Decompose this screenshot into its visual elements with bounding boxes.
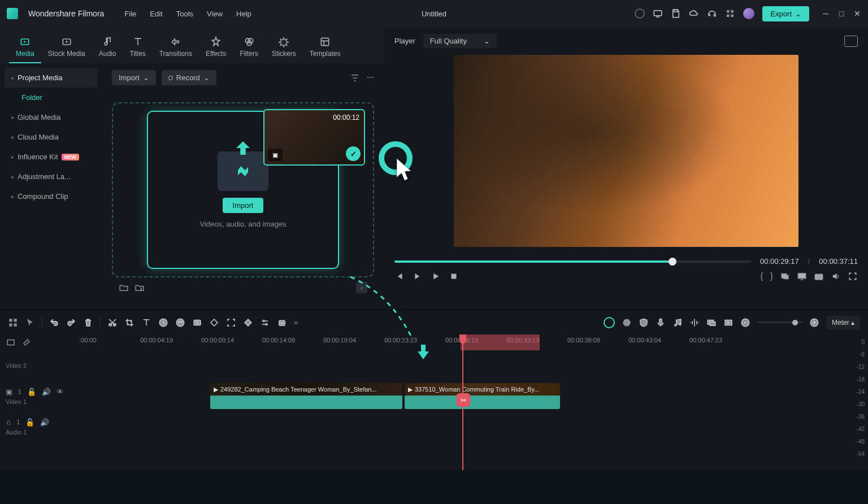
delete-icon[interactable] [83, 318, 93, 328]
color-icon[interactable] [175, 318, 185, 328]
grid-icon[interactable] [8, 318, 18, 328]
tag-icon[interactable] [243, 318, 253, 328]
mute-icon[interactable]: 🔊 [42, 388, 51, 396]
record-status-icon[interactable] [635, 8, 645, 19]
import-dropdown[interactable]: Import ⌄ [112, 70, 156, 85]
quality-dropdown[interactable]: Full Quality ⌄ [423, 34, 497, 48]
crop-icon[interactable] [124, 318, 134, 328]
record-dropdown[interactable]: Record ⌄ [162, 70, 216, 85]
zoom-slider[interactable] [757, 321, 802, 323]
drop-zone[interactable]: Import Videos, audio, and images 00:00:1… [112, 102, 374, 277]
menu-tools[interactable]: Tools [176, 10, 193, 18]
export-button[interactable]: Export ⌄ [762, 6, 809, 21]
headphones-icon[interactable] [707, 8, 717, 19]
collapse-button[interactable]: ‹ [356, 282, 367, 293]
tab-titles[interactable]: Titles [123, 32, 152, 63]
beat-icon[interactable] [689, 318, 700, 328]
camera-icon[interactable] [814, 271, 824, 281]
snapshot-list-icon[interactable] [780, 271, 790, 281]
focus-icon[interactable] [226, 318, 236, 328]
minimize-button[interactable]: ─ [822, 10, 830, 18]
overlay-icon[interactable] [706, 318, 717, 328]
expand-icon[interactable]: » [294, 318, 298, 327]
preview-scrubber[interactable]: 00:00:29:17 / 00:00:37:11 [394, 257, 858, 266]
tab-stickers[interactable]: Stickers [265, 32, 303, 63]
keyframe-icon[interactable] [209, 318, 219, 328]
mask-icon[interactable] [192, 318, 202, 328]
apps-icon[interactable] [725, 8, 735, 19]
music-icon[interactable] [672, 318, 683, 328]
text-icon[interactable] [141, 318, 151, 328]
device-icon[interactable] [653, 8, 663, 19]
playhead-handle[interactable] [459, 334, 466, 341]
undo-icon[interactable] [49, 318, 59, 328]
sparkle-icon[interactable] [622, 318, 632, 328]
sidebar-item-0[interactable]: ▸Project Media [5, 68, 97, 88]
clip-2[interactable]: ▶337510_Woman Commuting Train Ride_By... [405, 383, 560, 409]
sidebar-item-4[interactable]: ▸Influence KitNEW [5, 147, 97, 167]
volume-icon[interactable] [831, 271, 841, 281]
tab-templates[interactable]: Templates [303, 32, 348, 63]
stop-icon[interactable] [449, 271, 459, 281]
fullscreen-icon[interactable] [848, 271, 858, 281]
sidebar-item-1[interactable]: Folder [5, 88, 97, 107]
next-frame-icon[interactable] [413, 271, 423, 281]
scrubber-handle[interactable] [669, 258, 676, 266]
lock-icon[interactable]: 🔓 [27, 388, 36, 396]
display-icon[interactable] [797, 271, 807, 281]
sidebar-item-3[interactable]: ▸Cloud Media [5, 127, 97, 147]
split-button[interactable]: ✂ [457, 393, 470, 407]
mute-icon[interactable]: 🔊 [40, 418, 49, 427]
sidebar-item-6[interactable]: ▸Compound Clip [5, 186, 97, 206]
user-avatar[interactable] [743, 8, 754, 19]
zoom-handle[interactable] [792, 320, 798, 325]
media-thumbnail[interactable]: 00:00:12 ▣ ✓ [263, 109, 365, 166]
link-icon[interactable] [21, 337, 32, 347]
timeline-mode-icon[interactable] [6, 337, 16, 347]
menu-edit[interactable]: Edit [150, 10, 162, 18]
meter-dropdown[interactable]: Meter ▴ [826, 316, 860, 329]
lock-icon[interactable]: 🔓 [25, 418, 34, 427]
track-header-audio1[interactable]: ♫1 🔓 🔊 Audio 1 [0, 411, 79, 442]
tab-transitions[interactable]: Transitions [153, 32, 199, 63]
close-button[interactable]: ✕ [853, 10, 861, 18]
ai-icon[interactable] [277, 318, 287, 328]
tab-filters[interactable]: Filters [233, 32, 265, 63]
visibility-icon[interactable]: 👁 [57, 388, 64, 396]
shield-icon[interactable] [639, 318, 649, 328]
sidebar-item-5[interactable]: ▸Adjustment La... [5, 167, 97, 186]
tab-media[interactable]: Media [9, 32, 41, 63]
save-icon[interactable] [671, 8, 681, 19]
cut-icon[interactable] [107, 318, 118, 328]
filter-icon[interactable] [350, 73, 360, 83]
speed-icon[interactable] [158, 318, 168, 328]
mark-out-icon[interactable]: } [770, 271, 773, 281]
more-icon[interactable]: ⋯ [367, 73, 374, 83]
import-button[interactable]: Import [223, 198, 264, 213]
track-header-video2[interactable]: Video 2 [0, 350, 79, 381]
tab-stock[interactable]: Stock Media [41, 32, 92, 63]
mic-icon[interactable] [656, 318, 666, 328]
folder-move-icon[interactable] [134, 283, 145, 293]
mark-in-icon[interactable]: { [760, 271, 763, 281]
menu-view[interactable]: View [207, 10, 223, 18]
tab-effects[interactable]: Effects [199, 32, 233, 63]
video-preview[interactable] [454, 55, 798, 247]
play-icon[interactable] [431, 271, 441, 281]
pointer-icon[interactable] [25, 318, 35, 328]
maximize-button[interactable]: □ [837, 10, 845, 18]
tab-audio[interactable]: Audio [92, 32, 123, 63]
scrubber-track[interactable] [394, 260, 751, 263]
scope-icon[interactable] [844, 36, 858, 47]
clip-1[interactable]: ▶249282_Camping Beach Teenager Woman_By_… [210, 383, 402, 409]
prev-frame-icon[interactable] [394, 271, 405, 281]
render-icon[interactable] [723, 318, 734, 328]
menu-help[interactable]: Help [236, 10, 251, 18]
smart-tool-icon[interactable] [604, 317, 615, 328]
redo-icon[interactable] [66, 318, 76, 328]
zoom-out-icon[interactable] [740, 318, 750, 328]
cloud-icon[interactable] [689, 8, 699, 19]
add-folder-icon[interactable] [119, 283, 129, 293]
zoom-in-icon[interactable] [809, 318, 819, 328]
adjust-icon[interactable] [260, 318, 270, 328]
